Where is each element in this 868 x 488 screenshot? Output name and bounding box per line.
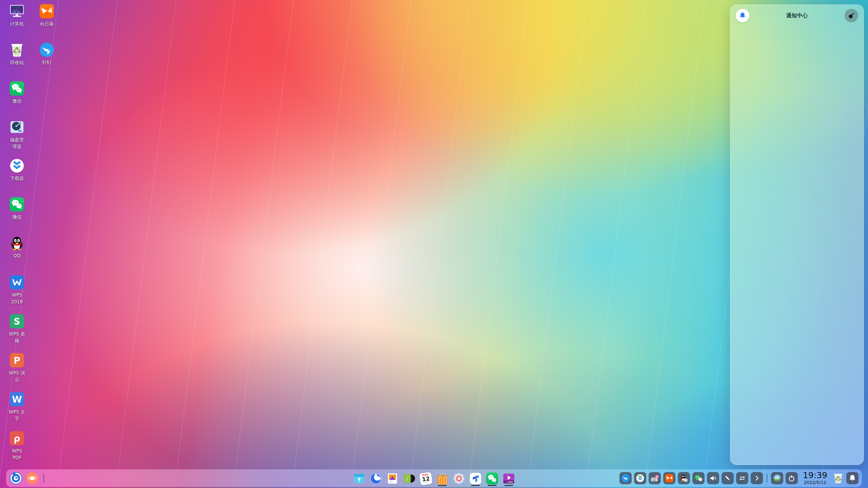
desktop-icon-wechat[interactable]: 微信 [2, 81, 32, 105]
multitask-view-button[interactable] [26, 472, 39, 485]
dock-file-manager[interactable] [353, 471, 366, 486]
browser-icon [370, 472, 382, 485]
desktop-icon-label: WPS2019 [2, 292, 32, 305]
desktop-icon-qq[interactable]: QQ [2, 235, 32, 259]
downloader-tray-icon [636, 474, 645, 483]
power-icon [787, 474, 796, 483]
notification-bell-button[interactable] [736, 9, 749, 22]
desktop-icon-disk-manager[interactable]: 磁盘管理器 [2, 119, 32, 150]
clock-time: 19:39 [803, 471, 827, 480]
tray-qq[interactable] [678, 472, 690, 484]
dock-browser[interactable] [369, 471, 383, 486]
file-manager-icon [353, 472, 366, 485]
screen-pen-icon [724, 474, 732, 482]
multitask-view-icon [26, 472, 39, 485]
movie-player-icon [502, 472, 515, 485]
taskbar-clock[interactable]: 19:39 2022/5/12 [803, 471, 827, 485]
dock-control-center[interactable] [452, 471, 466, 486]
taskbar-right-group: 19:39 2022/5/12 [619, 471, 862, 485]
notification-center-title: 通知中心 [730, 12, 864, 19]
clear-notifications-button[interactable] [845, 9, 858, 22]
desktop-icon-label: 计算机 [2, 21, 32, 27]
taskbar-notification-button[interactable] [846, 472, 859, 484]
dock-app-store[interactable] [436, 471, 449, 486]
wechat-icon [9, 81, 25, 96]
notification-center-header: 通知中心 [730, 5, 864, 26]
downloader-icon [9, 158, 25, 174]
launcher-button[interactable] [9, 472, 22, 485]
bell-icon [848, 474, 856, 482]
desktop-icon-wps-2019[interactable]: WPS2019 [2, 274, 32, 305]
wps-presentation-icon: P [9, 352, 25, 368]
tray-network-switch[interactable] [736, 472, 748, 484]
desktop-icon-downloader[interactable]: 下载器 [2, 158, 32, 182]
running-indicator [438, 485, 447, 486]
desktop-icon-wps-pdf[interactable]: ρ WPSPDF [2, 430, 32, 461]
taskbar-recycle-bin[interactable] [832, 472, 844, 484]
running-indicator [505, 485, 513, 486]
svg-text:♪: ♪ [406, 476, 409, 482]
desktop-icon-dingtalk[interactable]: 钉钉 [32, 42, 62, 66]
qq-offline-clock-icon [679, 474, 688, 483]
tray-input-method[interactable] [649, 472, 661, 484]
calendar-icon: MAY 12 THUR [419, 472, 433, 485]
tray-downloader[interactable] [634, 472, 646, 484]
desktop-icon-label: 钉钉 [32, 59, 62, 66]
tray-wechat[interactable] [692, 472, 705, 484]
tray-sunflower[interactable] [663, 472, 675, 484]
desktop-icon-wps-presentation[interactable]: P WPS 演示 [2, 352, 32, 383]
desktop-icon-wps-spreadsheet[interactable]: S WPS 表格 [2, 313, 32, 344]
transfer-arrows-icon [738, 474, 746, 482]
notification-center-panel: 通知中心 [730, 4, 864, 465]
desktop-icon-computer[interactable]: 计算机 [2, 3, 32, 27]
disk-manager-icon [9, 119, 25, 135]
dingtalk-icon [39, 42, 55, 58]
desktop-icon-wps-writer[interactable]: W WPS 文字 [2, 391, 32, 422]
wps-2019-icon [9, 274, 25, 290]
tray-system-monitor[interactable] [771, 472, 783, 484]
system-monitor-icon [773, 474, 782, 483]
svg-text:W: W [12, 394, 22, 405]
dock-calendar[interactable]: MAY 12 THUR [419, 471, 433, 486]
volume-icon [709, 474, 717, 482]
app-store-icon [437, 475, 448, 485]
qq-penguin-icon [9, 235, 25, 251]
recycle-bin-icon [832, 472, 844, 484]
dock-music-player[interactable]: ♪ [402, 471, 416, 486]
svg-text:S: S [14, 316, 20, 327]
svg-text:ρ: ρ [14, 433, 20, 444]
tray-dingtalk[interactable] [619, 472, 632, 484]
control-center-gear-icon [453, 472, 466, 485]
launcher-icon [9, 472, 22, 485]
desktop-icon-wechat-2[interactable]: 微信 [2, 197, 32, 221]
input-method-keyboard-icon [650, 474, 659, 483]
taskbar-left-group [6, 472, 45, 485]
desktop-icon-sunflower[interactable]: 向日葵 [32, 3, 62, 27]
computer-icon [9, 3, 25, 19]
desktop-icon-recycle-bin[interactable]: 回收站 [2, 42, 32, 66]
tray-expand[interactable] [751, 472, 763, 484]
sunflower-icon [39, 3, 55, 19]
wechat-tray-icon [694, 474, 703, 483]
sunflower-tray-icon [665, 474, 674, 483]
taskbar-divider [767, 474, 767, 483]
wps-writer-icon: W [9, 391, 25, 407]
dock-image-viewer[interactable] [386, 471, 399, 486]
desktop-icon-label: QQ [2, 252, 32, 259]
tray-screen-pen[interactable] [722, 472, 734, 484]
chevron-right-icon [753, 474, 761, 482]
tray-power[interactable] [786, 472, 798, 484]
dock-movie-player[interactable] [502, 471, 516, 486]
dingtalk-tray-icon [621, 474, 630, 483]
desktop-icon-label: 磁盘管理器 [2, 137, 32, 150]
desktop-icon-label: WPSPDF [2, 448, 32, 461]
running-indicator [471, 485, 480, 486]
music-player-icon: ♪ [403, 472, 416, 485]
tray-volume[interactable] [707, 472, 719, 484]
dock-wechat[interactable] [486, 471, 499, 486]
desktop-icon-label: 向日葵 [32, 21, 62, 27]
running-indicator [488, 485, 497, 486]
clock-date: 2022/5/12 [803, 480, 827, 485]
dock-tencent-meeting[interactable] [469, 471, 482, 486]
broom-clear-icon [847, 12, 855, 20]
